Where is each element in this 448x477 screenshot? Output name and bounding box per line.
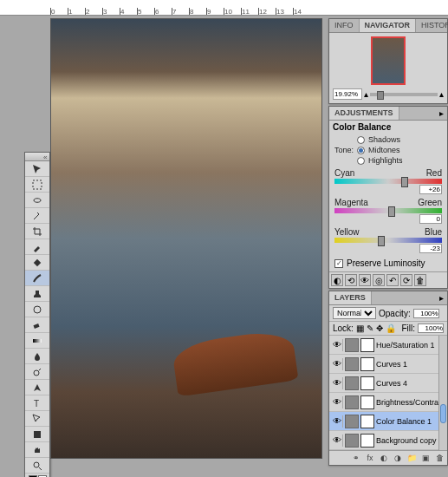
stamp-tool[interactable] (25, 286, 49, 302)
adj-back-icon[interactable]: ↶ (386, 274, 399, 286)
visibility-icon[interactable]: 👁 (331, 339, 343, 351)
lock-all-icon[interactable]: 🔒 (386, 323, 396, 333)
marquee-tool[interactable] (25, 177, 49, 193)
eraser-tool[interactable] (25, 317, 49, 333)
slider-value-2[interactable] (419, 244, 442, 253)
zoom-input[interactable] (333, 88, 362, 100)
panel-menu-icon[interactable]: ▸ (436, 107, 447, 120)
tab-layers[interactable]: LAYERS (329, 291, 372, 304)
mask-thumb[interactable] (360, 395, 374, 409)
layer-row[interactable]: 👁 Color Balance 1 (329, 412, 447, 431)
mask-thumb[interactable] (360, 357, 374, 371)
new-layer-icon[interactable]: ▣ (419, 453, 432, 463)
move-tool[interactable] (25, 161, 49, 177)
color-swatches[interactable] (25, 474, 49, 477)
adj-icon-2[interactable]: ⟲ (345, 274, 357, 286)
pen-tool[interactable] (25, 380, 49, 395)
preserve-luminosity-checkbox[interactable]: ✓ (334, 259, 343, 268)
path-tool[interactable] (25, 411, 49, 427)
navigator-preview[interactable] (371, 36, 406, 85)
mask-thumb[interactable] (360, 338, 374, 352)
zoom-slider[interactable] (370, 93, 438, 96)
adj-icon-3[interactable]: 👁 (359, 274, 371, 286)
layer-thumb[interactable] (345, 338, 359, 352)
type-tool[interactable]: T (25, 395, 49, 411)
color-slider-1[interactable] (334, 208, 442, 213)
layer-row[interactable]: 👁 Brightness/Contrast 1 (329, 393, 447, 412)
mask-thumb[interactable] (360, 434, 374, 448)
label-shadows[interactable]: Shadows (368, 135, 400, 144)
lock-transparent-icon[interactable]: ▦ (356, 323, 364, 333)
label-midtones[interactable]: Midtones (368, 146, 400, 154)
tab-adjustments[interactable]: ADJUSTMENTS (329, 107, 399, 120)
hand-tool[interactable] (25, 442, 49, 458)
slider-value-0[interactable] (419, 185, 442, 194)
visibility-icon[interactable]: 👁 (331, 435, 343, 447)
layer-row[interactable]: 👁 Curves 1 (329, 355, 447, 374)
adj-icon-1[interactable]: ◐ (331, 274, 343, 286)
tab-history[interactable]: HISTORY (416, 19, 448, 32)
layer-group-icon[interactable]: 📁 (406, 453, 418, 463)
zoom-in-icon[interactable]: ▴ (439, 89, 444, 99)
adj-reset-icon[interactable]: ⟳ (400, 274, 412, 286)
adj-icon-4[interactable]: ◎ (373, 274, 385, 286)
panel-menu-icon[interactable]: ▸ (436, 291, 447, 304)
lock-paint-icon[interactable]: ✎ (367, 323, 373, 333)
healing-tool[interactable] (25, 255, 49, 271)
adj-delete-icon[interactable]: 🗑 (414, 274, 426, 286)
layer-name[interactable]: Background copy (376, 436, 445, 445)
radio-shadows[interactable] (357, 136, 365, 144)
layer-row[interactable]: 👁 Hue/Saturation 1 (329, 336, 447, 355)
layer-name[interactable]: Color Balance 1 (376, 417, 445, 426)
tab-navigator[interactable]: NAVIGATOR (360, 19, 417, 32)
gradient-tool[interactable] (25, 333, 49, 349)
layer-thumb[interactable] (345, 376, 359, 390)
zoom-out-icon[interactable]: ▴ (364, 89, 368, 99)
layer-thumb[interactable] (345, 357, 359, 371)
layer-name[interactable]: Hue/Saturation 1 (376, 341, 445, 350)
radio-highlights[interactable] (357, 157, 365, 165)
blur-tool[interactable] (25, 349, 49, 364)
layer-row[interactable]: 👁 Background copy (329, 431, 447, 450)
layer-name[interactable]: Brightness/Contrast 1 (376, 398, 445, 407)
layer-fx-icon[interactable]: fx (364, 453, 376, 463)
eyedropper-tool[interactable] (25, 239, 49, 255)
delete-layer-icon[interactable]: 🗑 (433, 453, 445, 463)
layer-thumb[interactable] (345, 434, 359, 448)
layer-name[interactable]: Curves 4 (376, 379, 445, 388)
lock-move-icon[interactable]: ✥ (376, 323, 383, 333)
slider-value-1[interactable] (419, 214, 442, 224)
layer-mask-icon[interactable]: ◐ (378, 453, 390, 463)
toolbox-collapse-icon[interactable]: « (43, 154, 49, 159)
label-highlights[interactable]: Highlights (368, 156, 403, 165)
mask-thumb[interactable] (360, 415, 374, 428)
visibility-icon[interactable]: 👁 (331, 415, 343, 428)
link-layers-icon[interactable]: ⚭ (350, 453, 362, 463)
crop-tool[interactable] (25, 224, 49, 239)
preserve-luminosity-label[interactable]: Preserve Luminosity (347, 258, 425, 268)
layers-scrollbar[interactable] (438, 336, 447, 450)
layer-name[interactable]: Curves 1 (376, 360, 445, 369)
opacity-input[interactable] (413, 309, 439, 318)
color-slider-2[interactable] (334, 238, 442, 243)
visibility-icon[interactable]: 👁 (331, 358, 343, 370)
radio-midtones[interactable] (357, 147, 365, 154)
brush-tool[interactable] (25, 271, 49, 286)
visibility-icon[interactable]: 👁 (331, 377, 343, 389)
document-canvas[interactable] (50, 18, 322, 459)
wand-tool[interactable] (25, 208, 49, 224)
tab-info[interactable]: INFO (329, 19, 360, 32)
layer-thumb[interactable] (345, 395, 359, 409)
dodge-tool[interactable] (25, 364, 49, 380)
fill-input[interactable] (418, 323, 444, 333)
zoom-tool[interactable] (25, 458, 49, 474)
adjustment-layer-icon[interactable]: ◑ (392, 453, 404, 463)
color-slider-0[interactable] (334, 179, 442, 184)
history-brush-tool[interactable] (25, 302, 49, 317)
mask-thumb[interactable] (360, 376, 374, 390)
blend-mode-select[interactable]: Normal (333, 307, 376, 319)
layer-row[interactable]: 👁 Curves 4 (329, 374, 447, 393)
shape-tool[interactable] (25, 427, 49, 442)
layer-thumb[interactable] (345, 415, 359, 428)
visibility-icon[interactable]: 👁 (331, 396, 343, 408)
